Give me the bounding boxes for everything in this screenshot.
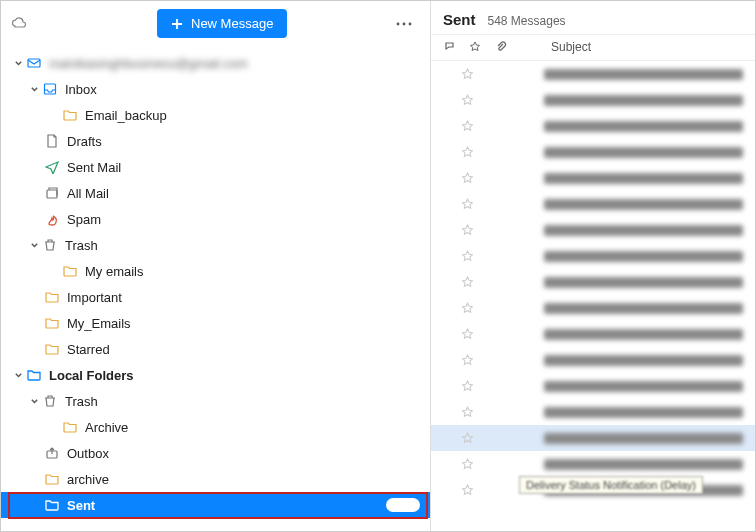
star-icon[interactable]	[461, 146, 474, 159]
message-pane: Sent 548 Messages Subject	[431, 1, 755, 531]
message-subject	[544, 277, 743, 288]
message-row[interactable]	[431, 347, 755, 373]
message-row[interactable]	[431, 373, 755, 399]
message-row[interactable]	[431, 243, 755, 269]
message-row[interactable]	[431, 217, 755, 243]
message-subject	[544, 199, 743, 210]
message-row[interactable]	[431, 87, 755, 113]
thread-column-icon[interactable]	[443, 41, 455, 53]
message-row[interactable]	[431, 165, 755, 191]
folder-label: My emails	[85, 264, 420, 279]
folder-icon	[61, 109, 79, 121]
folder-label: Important	[67, 290, 420, 305]
star-icon[interactable]	[461, 302, 474, 315]
folder-icon	[43, 317, 61, 329]
account-row[interactable]: malvikasinghbusiness@gmail.com	[1, 50, 430, 76]
star-icon[interactable]	[461, 224, 474, 237]
folder-label: Sent Mail	[67, 160, 420, 175]
folder-trash[interactable]: Trash	[1, 232, 430, 258]
folder-sent[interactable]: Sent 548	[1, 492, 430, 518]
folder-archive-2[interactable]: archive	[1, 466, 430, 492]
inbox-icon	[41, 82, 59, 96]
star-icon[interactable]	[461, 250, 474, 263]
star-icon[interactable]	[461, 172, 474, 185]
message-row[interactable]	[431, 269, 755, 295]
message-row[interactable]	[431, 425, 755, 451]
message-subject	[544, 433, 743, 444]
star-icon[interactable]	[461, 198, 474, 211]
folder-sent-mail[interactable]: Sent Mail	[1, 154, 430, 180]
star-icon[interactable]	[461, 120, 474, 133]
folder-icon	[43, 499, 61, 511]
message-row[interactable]	[431, 451, 755, 477]
svg-rect-5	[47, 190, 57, 198]
attachment-column-icon[interactable]	[495, 41, 507, 53]
message-subject	[544, 459, 743, 470]
folder-label: Drafts	[67, 134, 420, 149]
message-subject	[544, 329, 743, 340]
mail-account-icon	[25, 56, 43, 70]
message-row[interactable]	[431, 61, 755, 87]
star-icon[interactable]	[461, 484, 474, 497]
trash-icon	[41, 394, 59, 408]
folder-label: Archive	[85, 420, 420, 435]
folder-email-backup[interactable]: Email_backup	[1, 102, 430, 128]
folder-my-emails[interactable]: My emails	[1, 258, 430, 284]
message-subject	[544, 381, 743, 392]
svg-point-1	[403, 22, 406, 25]
folder-archive[interactable]: Archive	[1, 414, 430, 440]
folder-icon	[61, 421, 79, 433]
message-subject	[544, 251, 743, 262]
folder-drafts[interactable]: Drafts	[1, 128, 430, 154]
cloud-sync-icon[interactable]	[11, 16, 27, 32]
folder-all-mail[interactable]: All Mail	[1, 180, 430, 206]
message-subject	[544, 407, 743, 418]
folder-my-emails-2[interactable]: My_Emails	[1, 310, 430, 336]
folder-label: Inbox	[65, 82, 420, 97]
folder-important[interactable]: Important	[1, 284, 430, 310]
star-column-icon[interactable]	[469, 41, 481, 53]
message-row[interactable]	[431, 191, 755, 217]
folder-label: My_Emails	[67, 316, 420, 331]
folder-starred[interactable]: Starred	[1, 336, 430, 362]
local-folders-row[interactable]: Local Folders	[1, 362, 430, 388]
trash-icon	[41, 238, 59, 252]
chevron-down-icon	[27, 241, 41, 250]
subject-column-header[interactable]: Subject	[551, 40, 591, 54]
chevron-down-icon	[11, 371, 25, 380]
message-row[interactable]	[431, 113, 755, 139]
star-icon[interactable]	[461, 458, 474, 471]
message-subject	[544, 355, 743, 366]
folder-label: Sent	[67, 498, 386, 513]
star-icon[interactable]	[461, 328, 474, 341]
star-icon[interactable]	[461, 406, 474, 419]
message-count: 548 Messages	[488, 14, 566, 28]
star-icon[interactable]	[461, 68, 474, 81]
message-list[interactable]: Delivery Status Notification (Delay)	[431, 61, 755, 531]
star-icon[interactable]	[461, 354, 474, 367]
folder-label: Trash	[65, 238, 420, 253]
star-icon[interactable]	[461, 276, 474, 289]
folder-icon	[43, 291, 61, 303]
outbox-icon	[43, 446, 61, 460]
folder-local-trash[interactable]: Trash	[1, 388, 430, 414]
message-row[interactable]	[431, 295, 755, 321]
message-row[interactable]	[431, 321, 755, 347]
folder-outbox[interactable]: Outbox	[1, 440, 430, 466]
folder-inbox[interactable]: Inbox	[1, 76, 430, 102]
new-message-button[interactable]: New Message	[157, 9, 287, 38]
message-subject	[544, 121, 743, 132]
chevron-down-icon	[27, 397, 41, 406]
folder-label: Spam	[67, 212, 420, 227]
message-row[interactable]	[431, 399, 755, 425]
star-icon[interactable]	[461, 94, 474, 107]
folder-icon	[43, 343, 61, 355]
star-icon[interactable]	[461, 432, 474, 445]
message-subject	[544, 173, 743, 184]
more-menu-button[interactable]	[388, 18, 420, 30]
star-icon[interactable]	[461, 380, 474, 393]
folder-spam[interactable]: Spam	[1, 206, 430, 232]
folder-label: archive	[67, 472, 420, 487]
message-subject	[544, 69, 743, 80]
message-row[interactable]	[431, 139, 755, 165]
